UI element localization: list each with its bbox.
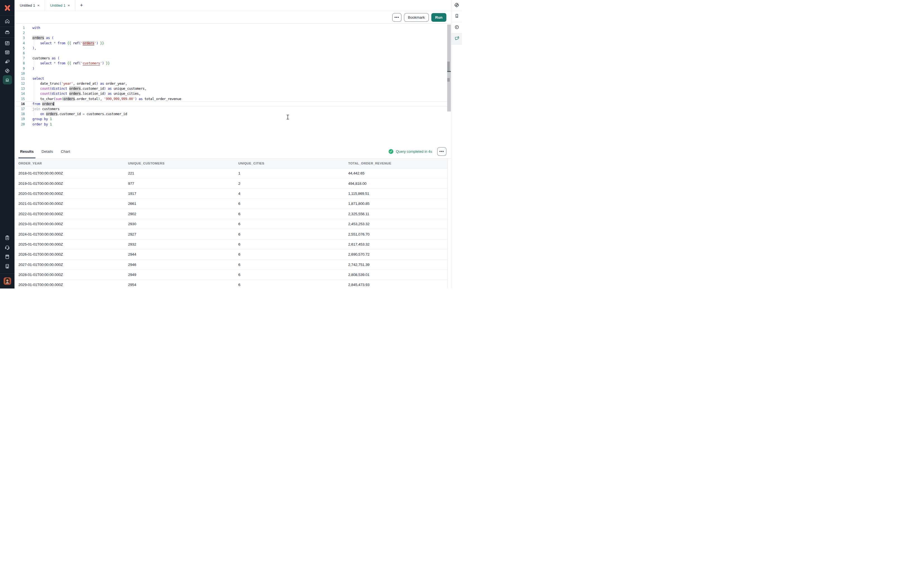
code-text: to_char(sum(orders.order_total), '999,99…: [15, 97, 451, 102]
code-line-16[interactable]: 16from orders: [15, 102, 451, 106]
sidebar-item-terminal[interactable]: [0, 75, 15, 84]
table-row[interactable]: 2027-01-01T00:00:00.000Z294662,742,751.3…: [15, 260, 447, 270]
table-row[interactable]: 2029-01-01T00:00:00.000Z295462,845,473.9…: [15, 280, 447, 288]
sidebar-item-organization[interactable]: [0, 261, 15, 271]
code-text: select * from {{ ref('customers') }}: [15, 61, 451, 66]
table-cell: 2,325,556.11: [348, 212, 447, 216]
table-cell: 2944: [128, 252, 238, 256]
code-line-13[interactable]: 13 count(distinct orders.customer_id) as…: [15, 86, 451, 91]
tab-chart[interactable]: Chart: [61, 144, 70, 158]
new-tab-button[interactable]: +: [75, 0, 87, 11]
run-button[interactable]: Run: [431, 13, 446, 22]
file-tab-1[interactable]: Untitled 1×: [45, 0, 75, 11]
code-line-1[interactable]: 1with: [15, 25, 451, 31]
dashboard-icon: [5, 40, 10, 46]
results-panel: ResultsDetailsChart Query completed in 4…: [15, 144, 451, 288]
results-tabbar: ResultsDetailsChart Query completed in 4…: [15, 144, 451, 159]
code-line-8[interactable]: 8 select * from {{ ref('customers') }}: [15, 61, 451, 66]
app-logo[interactable]: [0, 0, 15, 16]
line-number: 2: [15, 31, 25, 35]
compass-icon: [454, 2, 459, 9]
sidebar-item-inbox[interactable]: [0, 27, 15, 38]
code-line-20[interactable]: 20order by 1: [15, 122, 451, 127]
code-line-18[interactable]: 18 on orders.customer_id = customers.cus…: [15, 111, 451, 116]
table-row[interactable]: 2028-01-01T00:00:00.000Z294962,808,539.0…: [15, 270, 447, 280]
table-row[interactable]: 2022-01-01T00:00:00.000Z290262,325,556.1…: [15, 209, 447, 219]
sql-editor[interactable]: 1with23orders as (4 select * from {{ ref…: [15, 24, 451, 144]
table-row[interactable]: 2024-01-01T00:00:00.000Z292762,551,076.7…: [15, 229, 447, 239]
laptop-icon: [5, 77, 10, 83]
sidebar-item-home[interactable]: [0, 16, 15, 27]
line-number: 12: [15, 81, 25, 86]
ellipsis-icon: •••: [394, 15, 399, 19]
editor-scrollbar[interactable]: [447, 24, 451, 111]
code-text: from orders: [15, 102, 451, 106]
sidebar-item-tasks[interactable]: [0, 233, 15, 242]
table-cell: 6: [238, 263, 348, 267]
table-cell: 4: [238, 192, 348, 196]
bookmark-button[interactable]: Bookmark: [404, 13, 429, 22]
editor-more-button[interactable]: •••: [392, 13, 401, 22]
line-number: 13: [15, 86, 25, 91]
sidebar-item-apps[interactable]: [0, 57, 15, 66]
close-icon[interactable]: ×: [37, 3, 40, 8]
sidebar-item-support[interactable]: [0, 242, 15, 252]
table-cell: 2,617,453.32: [348, 242, 447, 247]
code-line-9[interactable]: 9): [15, 66, 451, 71]
table-cell: 2022-01-01T00:00:00.000Z: [18, 212, 128, 216]
sidebar-item-code-editor[interactable]: [0, 48, 15, 57]
code-line-11[interactable]: 11select: [15, 76, 451, 81]
building-icon: [5, 263, 10, 269]
column-header[interactable]: TOTAL_ORDER_REVENUE: [348, 162, 447, 165]
table-cell: 6: [238, 272, 348, 277]
table-row[interactable]: 2026-01-01T00:00:00.000Z294462,690,570.7…: [15, 250, 447, 259]
tab-details[interactable]: Details: [42, 144, 53, 158]
code-line-17[interactable]: 17join customers: [15, 106, 451, 111]
code-text: order by 1: [15, 122, 451, 127]
logo-x-icon: [3, 4, 11, 12]
results-more-button[interactable]: •••: [437, 147, 446, 156]
table-cell: 1917: [128, 192, 238, 196]
code-line-6[interactable]: 6: [15, 51, 451, 56]
right-sidebar-item-ai-assistant[interactable]: [451, 34, 462, 45]
table-cell: 2026-01-01T00:00:00.000Z: [18, 252, 128, 256]
code-line-4[interactable]: 4 select * from {{ ref('orders') }}: [15, 41, 451, 46]
code-line-7[interactable]: 7customers as (: [15, 56, 451, 61]
right-sidebar-item-bookmarks[interactable]: [451, 11, 462, 22]
sidebar-item-dashboards[interactable]: [0, 39, 15, 48]
user-avatar[interactable]: [3, 277, 11, 285]
right-sidebar-item-history[interactable]: [451, 22, 462, 34]
code-line-15[interactable]: 15 to_char(sum(orders.order_total), '999…: [15, 97, 451, 102]
column-header[interactable]: UNIQUE_CITIES: [238, 162, 348, 165]
sidebar-item-explore[interactable]: [0, 66, 15, 75]
column-header[interactable]: UNIQUE_CUSTOMERS: [128, 162, 238, 165]
column-header[interactable]: ORDER_YEAR: [18, 162, 128, 165]
table-cell: 2949: [128, 272, 238, 277]
clipboard-icon: [5, 235, 10, 240]
right-sidebar-item-explore[interactable]: [451, 0, 462, 11]
home-icon: [5, 18, 10, 24]
file-tab-0[interactable]: Untitled 1×: [15, 0, 45, 11]
table-row[interactable]: 2019-01-01T00:00:00.000Z9772494,818.00: [15, 178, 447, 189]
right-sidebar: [451, 0, 462, 288]
avatar-photo: [3, 277, 11, 285]
tab-results[interactable]: Results: [20, 144, 34, 158]
line-number: 15: [15, 97, 25, 102]
code-line-10[interactable]: 10: [15, 71, 451, 76]
table-row[interactable]: 2021-01-01T00:00:00.000Z266161,871,800.8…: [15, 199, 447, 209]
line-number: 18: [15, 111, 25, 116]
main-panel: Untitled 1×Untitled 1× + ••• Bookmark Ru…: [15, 0, 451, 288]
code-line-12[interactable]: 12 date_trunc('year', ordered_at) as ord…: [15, 81, 451, 86]
code-line-14[interactable]: 14 count(distinct orders.location_id) as…: [15, 91, 451, 96]
table-cell: 2027-01-01T00:00:00.000Z: [18, 263, 128, 267]
table-row[interactable]: 2023-01-01T00:00:00.000Z293062,453,253.3…: [15, 219, 447, 229]
code-line-3[interactable]: 3orders as (: [15, 35, 451, 40]
code-line-2[interactable]: 2: [15, 31, 451, 35]
code-line-5[interactable]: 5),: [15, 46, 451, 51]
table-row[interactable]: 2025-01-01T00:00:00.000Z293262,617,453.3…: [15, 239, 447, 250]
sidebar-item-docs[interactable]: [0, 252, 15, 261]
table-row[interactable]: 2018-01-01T00:00:00.000Z221144,442.65: [15, 168, 447, 178]
close-icon[interactable]: ×: [68, 3, 70, 8]
table-row[interactable]: 2020-01-01T00:00:00.000Z191741,115,869.5…: [15, 189, 447, 199]
code-line-19[interactable]: 19group by 1: [15, 116, 451, 121]
